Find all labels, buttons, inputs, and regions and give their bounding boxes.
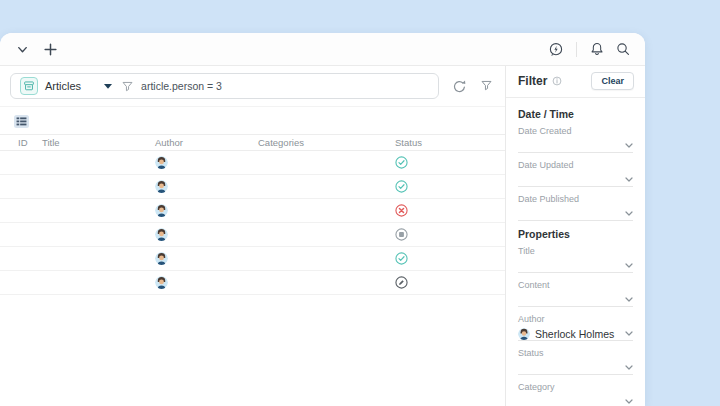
select-chevron-icon [625, 297, 633, 302]
funnel-icon[interactable] [480, 79, 495, 94]
check-circle-icon [395, 180, 408, 193]
refresh-icon[interactable] [452, 79, 467, 94]
filter-field-date-created[interactable]: Date Created [518, 126, 633, 153]
filter-field-select[interactable] [518, 259, 633, 273]
filter-field-label: Date Published [518, 194, 633, 204]
filter-field-content[interactable]: Content [518, 280, 633, 307]
filter-panel-title: Filter [518, 74, 547, 88]
search-icon[interactable] [615, 41, 631, 57]
articles-archive-icon [20, 77, 38, 95]
toolbar-divider [576, 42, 577, 57]
filter-field-label: Content [518, 280, 633, 290]
filter-field-title[interactable]: Title [518, 246, 633, 273]
table-row[interactable] [0, 175, 505, 199]
bell-icon[interactable] [589, 41, 605, 57]
list-view-icon[interactable] [14, 115, 29, 128]
select-chevron-icon [625, 399, 633, 404]
avatar [155, 228, 168, 241]
select-chevron-icon [625, 365, 633, 370]
filter-field-select[interactable] [518, 361, 633, 375]
cell-author [155, 204, 258, 217]
avatar [518, 328, 530, 340]
avatar [155, 276, 168, 289]
filter-field-select[interactable] [518, 139, 633, 153]
select-chevron-icon [625, 143, 633, 148]
app-window: Articles article.person = 3 ID Title Aut… [0, 33, 645, 406]
check-circle-icon [395, 252, 408, 265]
cell-status [395, 156, 435, 169]
articles-table: ID Title Author Categories Status [0, 134, 505, 406]
table-row[interactable] [0, 271, 505, 295]
cell-author [155, 156, 258, 169]
cell-author [155, 228, 258, 241]
x-circle-icon [395, 204, 408, 217]
pencil-circle-icon [395, 276, 408, 289]
filter-field-select[interactable] [518, 293, 633, 307]
chevron-down-icon[interactable] [14, 41, 30, 57]
filter-field-date-published[interactable]: Date Published [518, 194, 633, 221]
table-row[interactable] [0, 247, 505, 271]
column-header-title: Title [42, 137, 155, 148]
column-header-status: Status [395, 137, 435, 148]
avatar [155, 252, 168, 265]
filter-field-status[interactable]: Status [518, 348, 633, 375]
funnel-icon [121, 80, 134, 93]
cell-author [155, 180, 258, 193]
filter-field-author[interactable]: AuthorSherlock Holmes [518, 314, 633, 341]
query-bar: Articles article.person = 3 [0, 66, 505, 107]
caret-down-icon[interactable] [104, 84, 112, 89]
entity-selector-label[interactable]: Articles [45, 80, 81, 92]
avatar [155, 204, 168, 217]
avatar [155, 180, 168, 193]
query-expression[interactable]: article.person = 3 [141, 80, 222, 92]
cell-status [395, 204, 435, 217]
clear-filters-button[interactable]: Clear [591, 72, 634, 90]
filter-field-label: Category [518, 382, 633, 392]
filter-field-label: Author [518, 314, 633, 324]
filter-field-select[interactable] [518, 395, 633, 406]
column-header-author: Author [155, 137, 258, 148]
plus-icon[interactable] [42, 41, 58, 57]
check-circle-icon [395, 156, 408, 169]
filter-section-heading: Date / Time [518, 108, 633, 120]
cell-status [395, 252, 435, 265]
filter-field-select[interactable] [518, 207, 633, 221]
bolt-bubble-icon[interactable] [548, 41, 564, 57]
select-chevron-icon [625, 211, 633, 216]
table-header: ID Title Author Categories Status [0, 134, 505, 151]
cell-author [155, 276, 258, 289]
filter-field-select[interactable]: Sherlock Holmes [518, 327, 633, 341]
table-row[interactable] [0, 223, 505, 247]
avatar [155, 156, 168, 169]
cell-status [395, 276, 435, 289]
table-row[interactable] [0, 151, 505, 175]
filter-field-label: Date Updated [518, 160, 633, 170]
query-box[interactable]: Articles article.person = 3 [10, 73, 439, 99]
filter-field-value: Sherlock Holmes [535, 328, 620, 340]
cell-status [395, 180, 435, 193]
table-row[interactable] [0, 199, 505, 223]
top-bar [0, 33, 645, 66]
column-header-id: ID [18, 137, 42, 148]
stop-circle-icon [395, 228, 408, 241]
info-icon [552, 76, 562, 86]
filter-panel: Filter Clear Date / TimeDate CreatedDate… [505, 66, 645, 406]
select-chevron-icon [625, 263, 633, 268]
cell-author [155, 252, 258, 265]
filter-field-date-updated[interactable]: Date Updated [518, 160, 633, 187]
filter-field-label: Date Created [518, 126, 633, 136]
column-header-categories: Categories [258, 137, 395, 148]
filter-field-select[interactable] [518, 173, 633, 187]
cell-status [395, 228, 435, 241]
filter-section-heading: Properties [518, 228, 633, 240]
select-chevron-icon [625, 331, 633, 336]
filter-field-category[interactable]: Category [518, 382, 633, 406]
select-chevron-icon [625, 177, 633, 182]
main-area: Articles article.person = 3 ID Title Aut… [0, 66, 505, 406]
filter-field-label: Status [518, 348, 633, 358]
filter-field-label: Title [518, 246, 633, 256]
